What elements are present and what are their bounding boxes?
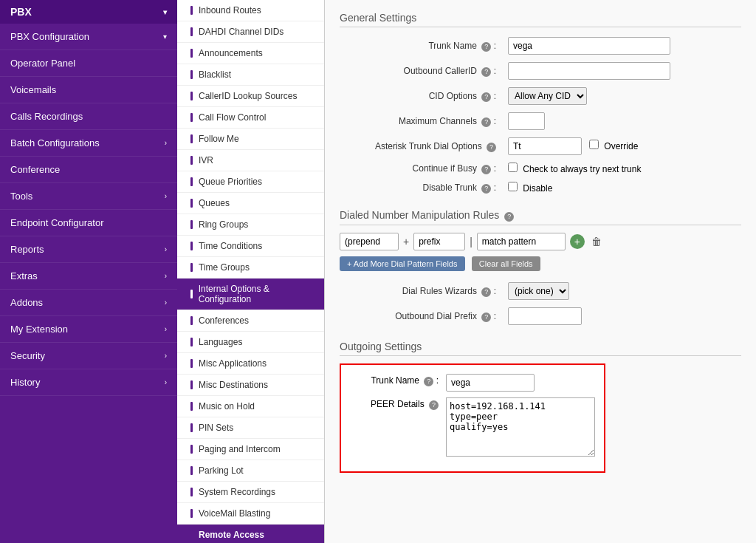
sidebar-item-label: Security xyxy=(10,350,45,361)
mid-nav-remote-access[interactable]: Remote Access xyxy=(177,525,324,543)
asterisk-trunk-input[interactable] xyxy=(508,137,582,155)
trunk-name-info-icon: ? xyxy=(481,42,491,52)
trash-icon[interactable]: 🗑 xyxy=(589,234,604,249)
mid-nav-queue-priorities[interactable]: Queue Priorities xyxy=(177,171,324,193)
mid-nav-languages[interactable]: Languages xyxy=(177,332,324,353)
peer-details-textarea[interactable]: host=192.168.1.141 type=peer qualify=yes xyxy=(446,397,595,457)
mid-nav-inbound-routes[interactable]: Inbound Routes xyxy=(177,0,324,21)
mid-nav-misc-destinations[interactable]: Misc Destinations xyxy=(177,375,324,396)
sidebar-item-tools[interactable]: Tools › xyxy=(0,183,177,210)
outbound-dial-prefix-label: Outbound Dial Prefix ? : xyxy=(340,304,502,329)
sidebar-item-conference[interactable]: Conference xyxy=(0,157,177,183)
sidebar-item-label: Operator Panel xyxy=(10,58,75,69)
continue-if-busy-row: Continue if Busy ? : Check to always try… xyxy=(340,159,741,178)
asterisk-trunk-info-icon: ? xyxy=(487,143,496,152)
outgoing-trunk-name-input[interactable] xyxy=(446,374,535,392)
prefix-input[interactable] xyxy=(413,233,465,250)
continue-if-busy-checkbox[interactable] xyxy=(508,163,518,172)
sidebar-item-operator-panel[interactable]: Operator Panel xyxy=(0,50,177,77)
mid-nav-label: Conferences xyxy=(199,315,249,326)
max-channels-input[interactable] xyxy=(508,112,545,130)
mid-nav-ivr[interactable]: IVR xyxy=(177,150,324,171)
mid-nav-pin-sets[interactable]: PIN Sets xyxy=(177,417,324,439)
outgoing-trunk-info-icon: ? xyxy=(424,377,433,386)
outbound-callerid-input[interactable] xyxy=(508,62,670,80)
mid-nav-label: Ring Groups xyxy=(199,219,248,230)
sidebar-item-label: Addons xyxy=(10,297,43,308)
mid-nav-ring-groups[interactable]: Ring Groups xyxy=(177,214,324,236)
mid-nav-call-flow[interactable]: Call Flow Control xyxy=(177,107,324,129)
mid-nav-paging-intercom[interactable]: Paging and Intercom xyxy=(177,439,324,460)
max-channels-label: Maximum Channels ? : xyxy=(340,109,502,134)
sidebar-item-extras[interactable]: Extras › xyxy=(0,263,177,290)
mid-nav-label: System Recordings xyxy=(199,487,275,497)
peer-details-label: PEER Details ? xyxy=(350,397,439,410)
sidebar-item-label: Extras xyxy=(10,270,38,281)
override-label: Override xyxy=(604,141,638,151)
outbound-callerid-info-icon: ? xyxy=(481,67,491,77)
asterisk-trunk-label: Asterisk Trunk Dial Options ? xyxy=(340,134,502,159)
sidebar-item-pbx-configuration[interactable]: PBX Configuration ▾ xyxy=(0,24,177,50)
mid-nav-label: VoiceMail Blasting xyxy=(199,508,270,519)
sidebar-brand[interactable]: PBX ▾ xyxy=(0,0,177,24)
sidebar-item-history[interactable]: History › xyxy=(0,369,177,396)
mid-nav-music-on-hold[interactable]: Music on Hold xyxy=(177,396,324,417)
mid-nav-parking-lot[interactable]: Parking Lot xyxy=(177,460,324,482)
trunk-name-label: Trunk Name ? : xyxy=(340,33,502,58)
outgoing-trunk-name-row: Trunk Name ? : xyxy=(350,374,595,392)
plus-sign: + xyxy=(403,236,409,247)
continue-if-busy-label: Continue if Busy ? : xyxy=(340,159,502,178)
mid-nav-time-groups[interactable]: Time Groups xyxy=(177,257,324,279)
mid-nav-follow-me[interactable]: Follow Me xyxy=(177,129,324,150)
sidebar-item-batch-configurations[interactable]: Batch Configurations › xyxy=(0,130,177,157)
match-pattern-input[interactable] xyxy=(477,233,566,250)
prepend-input[interactable] xyxy=(340,233,399,250)
mid-nav-misc-applications[interactable]: Misc Applications xyxy=(177,353,324,375)
mid-nav-internal-options[interactable]: Internal Options & Configuration xyxy=(177,279,324,310)
chevron-right-icon: › xyxy=(165,272,167,280)
cid-options-row: CID Options ? : Allow Any CID xyxy=(340,83,741,109)
mid-nav-voicemail-blasting[interactable]: VoiceMail Blasting xyxy=(177,503,324,525)
outbound-dial-prefix-input[interactable] xyxy=(508,307,582,325)
dial-pattern-row: + | + 🗑 xyxy=(340,233,741,250)
mid-nav-label: Queues xyxy=(199,198,230,208)
sidebar-item-label: Reports xyxy=(10,244,44,255)
mid-nav-callerid-lookup[interactable]: CallerID Lookup Sources xyxy=(177,86,324,107)
cid-options-select[interactable]: Allow Any CID xyxy=(508,87,587,105)
disable-trunk-label: Disable Trunk ? : xyxy=(340,178,502,197)
clear-fields-button[interactable]: Clear all Fields xyxy=(472,256,540,271)
mid-nav-system-recordings[interactable]: System Recordings xyxy=(177,482,324,503)
mid-nav-queues[interactable]: Queues xyxy=(177,193,324,214)
sidebar-item-security[interactable]: Security › xyxy=(0,343,177,369)
mid-nav-label: Paging and Intercom xyxy=(199,444,281,454)
outbound-dial-prefix-info-icon: ? xyxy=(481,313,491,322)
mid-nav-blacklist[interactable]: Blacklist xyxy=(177,64,324,86)
cid-options-info-icon: ? xyxy=(481,92,491,102)
sidebar: PBX ▾ PBX Configuration ▾ Operator Panel… xyxy=(0,0,177,543)
mid-nav-label: Misc Destinations xyxy=(199,380,268,390)
max-channels-info-icon: ? xyxy=(481,117,491,127)
mid-nav-dahdi[interactable]: DAHDI Channel DIDs xyxy=(177,21,324,43)
mid-nav-label: Time Groups xyxy=(199,262,250,273)
mid-nav-announcements[interactable]: Announcements xyxy=(177,43,324,64)
mid-nav-conferences[interactable]: Conferences xyxy=(177,310,324,332)
override-checkbox[interactable] xyxy=(589,140,599,149)
add-pattern-icon[interactable]: + xyxy=(570,234,585,249)
mid-nav-time-conditions[interactable]: Time Conditions xyxy=(177,236,324,257)
mid-nav-label: Inbound Routes xyxy=(199,5,261,16)
sidebar-item-endpoint-configurator[interactable]: Endpoint Configurator xyxy=(0,210,177,236)
peer-details-info-icon: ? xyxy=(429,400,439,410)
sidebar-item-calls-recordings[interactable]: Calls Recordings xyxy=(0,103,177,130)
chevron-right-icon: › xyxy=(165,139,167,147)
trunk-name-input[interactable] xyxy=(508,37,670,55)
sidebar-item-reports[interactable]: Reports › xyxy=(0,236,177,263)
disable-trunk-checkbox[interactable] xyxy=(508,182,518,191)
sidebar-item-addons[interactable]: Addons › xyxy=(0,290,177,316)
dial-rules-wizards-select[interactable]: (pick one) xyxy=(508,282,569,300)
sidebar-item-voicemails[interactable]: Voicemails xyxy=(0,77,177,103)
dial-rules-info-icon: ? xyxy=(504,212,514,222)
mid-nav-label: Blacklist xyxy=(199,69,231,80)
sidebar-item-my-extension[interactable]: My Extension › xyxy=(0,316,177,343)
add-more-button[interactable]: + Add More Dial Pattern Fields xyxy=(340,256,465,271)
max-channels-row: Maximum Channels ? : xyxy=(340,109,741,134)
